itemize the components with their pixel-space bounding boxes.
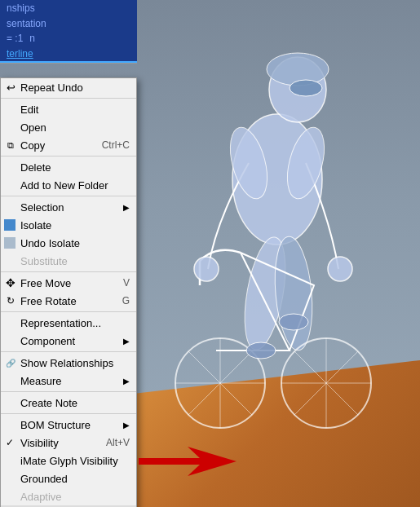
menu-label-selection: Selection bbox=[20, 201, 64, 214]
menu-item-visibility[interactable]: ✓ Visibility Alt+V bbox=[1, 434, 136, 452]
divider bbox=[1, 196, 136, 196]
menu-item-component[interactable]: Component ▶ bbox=[1, 332, 136, 350]
menu-label-component: Component bbox=[20, 335, 75, 347]
visibility-checkmark: ✓ bbox=[6, 437, 14, 448]
cyclist-svg bbox=[135, 0, 420, 507]
menu-item-representation[interactable]: Representation... bbox=[1, 314, 136, 332]
svg-point-19 bbox=[246, 342, 276, 359]
topbar-scale: = :1 bbox=[7, 33, 23, 44]
menu-item-repeat-undo[interactable]: ↩ Repeat Undo bbox=[1, 78, 136, 96]
topbar-terline[interactable]: terline bbox=[7, 48, 33, 60]
svg-point-22 bbox=[328, 257, 352, 281]
menu-item-adaptive: Adaptive bbox=[1, 487, 136, 505]
menu-item-free-rotate[interactable]: ↻ Free Rotate G bbox=[1, 292, 136, 310]
menu-label-open: Open bbox=[20, 121, 46, 134]
svg-point-21 bbox=[194, 257, 219, 281]
menu-item-free-move[interactable]: ✥ Free Move V bbox=[1, 274, 136, 292]
divider bbox=[1, 391, 136, 392]
menu-label-delete: Delete bbox=[20, 161, 51, 174]
menu-label-edit: Edit bbox=[20, 104, 38, 116]
submenu-arrow-component: ▶ bbox=[123, 337, 130, 346]
menu-item-selection[interactable]: Selection ▶ bbox=[1, 198, 136, 216]
topbar-sentation[interactable]: sentation bbox=[7, 18, 46, 29]
svg-point-20 bbox=[279, 314, 308, 330]
menu-label-substitute: Substitute bbox=[20, 255, 68, 267]
red-arrow-svg bbox=[139, 447, 237, 476]
copy-shortcut: Ctrl+C bbox=[86, 139, 130, 151]
menu-label-imate-glyph-visibility: iMate Glyph Visibility bbox=[20, 455, 118, 467]
menu-label-free-rotate: Free Rotate bbox=[20, 295, 77, 307]
menu-label-undo-isolate: Undo Isolate bbox=[20, 237, 80, 249]
copy-icon: ⧉ bbox=[4, 139, 17, 152]
free-rotate-icon: ↻ bbox=[4, 294, 17, 307]
free-move-shortcut: V bbox=[107, 277, 130, 289]
menu-item-isolate[interactable]: Isolate bbox=[1, 216, 136, 234]
menu-label-adaptive: Adaptive bbox=[20, 491, 62, 503]
free-rotate-shortcut: G bbox=[106, 295, 130, 306]
menu-item-edit[interactable]: Edit bbox=[1, 100, 136, 118]
menu-item-bom-structure[interactable]: BOM Structure ▶ bbox=[1, 416, 136, 434]
menu-item-show-relationships[interactable]: 🔗 Show Relationships bbox=[1, 354, 136, 372]
svg-point-4 bbox=[290, 80, 322, 96]
menu-label-bom-structure: BOM Structure bbox=[20, 419, 91, 431]
divider bbox=[1, 311, 136, 312]
divider bbox=[1, 351, 136, 352]
free-move-icon: ✥ bbox=[4, 276, 17, 289]
isolate-icon bbox=[4, 219, 15, 231]
menu-item-grounded[interactable]: Grounded bbox=[1, 470, 136, 487]
menu-label-measure: Measure bbox=[20, 375, 62, 387]
menu-label-visibility: Visibility bbox=[20, 437, 59, 449]
menu-label-show-relationships: Show Relationships bbox=[20, 357, 113, 369]
repeat-icon: ↩ bbox=[4, 81, 17, 94]
menu-label-repeat-undo: Repeat Undo bbox=[20, 82, 83, 94]
red-arrow-indicator bbox=[139, 447, 237, 476]
menu-label-copy: Copy bbox=[20, 139, 45, 152]
relationships-icon: 🔗 bbox=[4, 356, 17, 369]
menu-item-measure[interactable]: Measure ▶ bbox=[1, 372, 136, 390]
divider bbox=[1, 413, 136, 414]
menu-item-open[interactable]: Open bbox=[1, 118, 136, 136]
context-menu: ↩ Repeat Undo Edit Open ⧉ Copy Ctrl+C De… bbox=[0, 77, 137, 507]
divider bbox=[1, 98, 136, 99]
submenu-arrow-selection: ▶ bbox=[123, 203, 130, 212]
visibility-shortcut: Alt+V bbox=[90, 437, 130, 448]
menu-label-add-to-new-folder: Add to New Folder bbox=[20, 179, 108, 192]
menu-item-create-note[interactable]: Create Note bbox=[1, 394, 136, 412]
menu-item-add-to-new-folder[interactable]: Add to New Folder bbox=[1, 176, 136, 194]
submenu-arrow-measure: ▶ bbox=[123, 377, 130, 386]
menu-label-representation: Representation... bbox=[20, 317, 101, 329]
cyclist-figure bbox=[135, 0, 420, 507]
menu-label-create-note: Create Note bbox=[20, 397, 77, 409]
menu-item-copy[interactable]: ⧉ Copy Ctrl+C bbox=[1, 136, 136, 154]
menu-item-substitute: Substitute bbox=[1, 252, 136, 270]
menu-item-imate-glyph-visibility[interactable]: iMate Glyph Visibility bbox=[1, 452, 136, 470]
svg-point-8 bbox=[271, 235, 316, 351]
menu-item-undo-isolate[interactable]: Undo Isolate bbox=[1, 234, 136, 252]
menu-label-grounded: Grounded bbox=[20, 473, 68, 485]
menu-item-delete[interactable]: Delete bbox=[1, 158, 136, 176]
divider bbox=[1, 156, 136, 157]
divider bbox=[1, 271, 136, 272]
topbar-n: n bbox=[29, 33, 35, 44]
menu-label-isolate: Isolate bbox=[20, 219, 51, 231]
menu-label-free-move: Free Move bbox=[20, 277, 71, 289]
topbar-relationships[interactable]: nships bbox=[7, 2, 35, 14]
undo-isolate-icon bbox=[4, 237, 15, 249]
submenu-arrow-bom: ▶ bbox=[123, 421, 130, 430]
svg-marker-0 bbox=[139, 447, 237, 476]
